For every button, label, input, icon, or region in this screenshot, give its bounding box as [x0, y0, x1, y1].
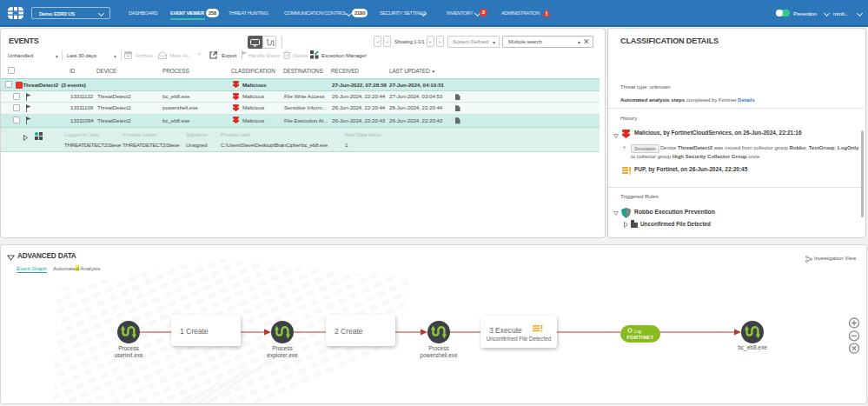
svg-text:explorer.exe: explorer.exe: [267, 352, 298, 359]
svg-text:FORTINET: FORTINET: [626, 335, 653, 340]
svg-text:powershell.exe: powershell.exe: [420, 352, 458, 359]
svg-text:Process: Process: [272, 345, 293, 351]
svg-text:bc_eb8.exe: bc_eb8.exe: [738, 344, 767, 351]
svg-text:Process: Process: [428, 345, 449, 351]
svg-text:userinit.exe: userinit.exe: [114, 352, 143, 358]
svg-text:Process: Process: [118, 345, 139, 351]
svg-text:3 Execute: 3 Execute: [489, 326, 522, 335]
svg-text:2 Create: 2 Create: [335, 327, 363, 336]
svg-text:1 Create: 1 Create: [180, 327, 209, 336]
svg-text:Unconfirmed File Detected: Unconfirmed File Detected: [487, 336, 552, 342]
svg-text:Log: Log: [634, 329, 641, 334]
